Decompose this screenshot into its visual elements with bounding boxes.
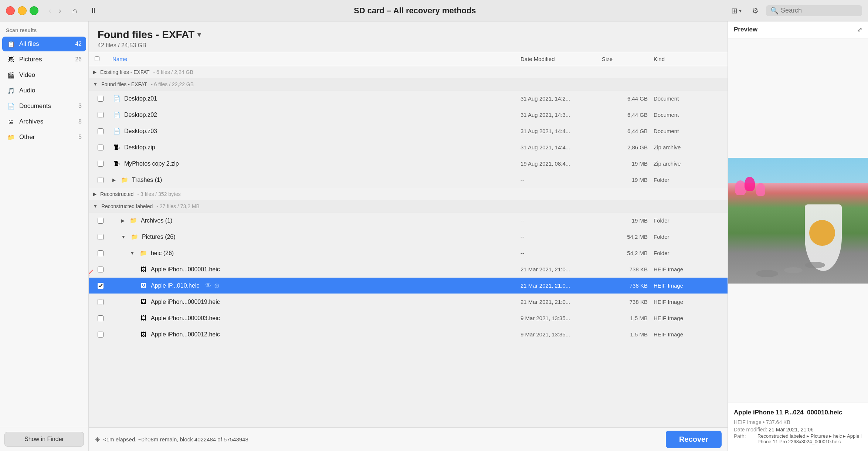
- sidebar-count-pictures: 26: [75, 56, 82, 63]
- row-checkbox[interactable]: [92, 145, 109, 150]
- chevron-down-icon: ▼: [93, 82, 98, 87]
- heif-image-icon: 🖼: [139, 281, 148, 290]
- sidebar-count-all-files: 42: [75, 41, 82, 47]
- search-bar[interactable]: 🔍: [766, 5, 862, 16]
- table-row[interactable]: 🖼 Apple iPhon...000012.heic 9 Mar 2021, …: [89, 326, 728, 343]
- file-name-cell: ▶ 📁 Archives (1): [109, 214, 518, 227]
- sidebar-item-archives[interactable]: 🗂 Archives 8: [2, 114, 86, 129]
- group-reconstructed[interactable]: ▶ Reconstructed - 3 files / 352 bytes: [89, 188, 728, 200]
- documents-icon: 📄: [7, 102, 16, 111]
- preview-panel: Preview ⤢: [728, 21, 868, 451]
- file-name-text: Apple iPhon...000003.heic: [151, 315, 220, 322]
- sidebar-count-archives: 8: [78, 118, 82, 125]
- sidebar-item-pictures[interactable]: 🖼 Pictures 26: [2, 52, 86, 67]
- table-row[interactable]: 🖼 Apple iPhon...000019.heic 21 Mar 2021,…: [89, 294, 728, 310]
- content-area: Found files - EXFAT ▾ 42 files / 24,53 G…: [89, 21, 728, 451]
- sidebar-item-audio[interactable]: 🎵 Audio: [2, 83, 86, 98]
- file-name-cell: 🗜 MyPhotos copy 2.zip: [109, 157, 518, 170]
- sidebar-item-video[interactable]: 🎬 Video: [2, 68, 86, 82]
- row-checkbox[interactable]: [92, 234, 109, 240]
- file-header-title: Found files - EXFAT ▾: [98, 29, 719, 41]
- size-column-header[interactable]: Size: [599, 52, 651, 66]
- forward-button[interactable]: ›: [56, 5, 64, 16]
- pause-button[interactable]: ⏸: [85, 5, 102, 16]
- table-row[interactable]: 📄 Desktop.z01 31 Aug 2021, 14:2... 6,44 …: [89, 91, 728, 107]
- table-row[interactable]: ▶ 📁 Trashes (1) -- 19 MB Folder: [89, 172, 728, 188]
- file-size: 1,5 MB: [599, 315, 651, 321]
- file-name-cell: 🖼 Apple iPhon...000012.heic: [109, 328, 518, 341]
- table-row[interactable]: ▼ 📁 Pictures (26) -- 54,2 MB Folder: [89, 229, 728, 245]
- expand-icon[interactable]: ⤢: [857, 26, 862, 34]
- window-title: SD card – All recovery methods: [106, 6, 724, 16]
- row-checkbox[interactable]: [92, 250, 109, 256]
- file-size: 6,44 GB: [599, 112, 651, 118]
- folder-icon: 📁: [129, 216, 138, 225]
- file-name-cell: 🖼 Apple iPhon...000001.heic: [109, 263, 518, 276]
- recover-button[interactable]: Recover: [666, 431, 722, 448]
- back-button[interactable]: ‹: [46, 5, 54, 16]
- video-icon: 🎬: [7, 71, 16, 79]
- row-checkbox[interactable]: [92, 161, 109, 167]
- table-row-selected[interactable]: 🖼 Apple iP...010.heic 👁 ⊕ ↓ 21 Mar 2021,…: [89, 278, 728, 294]
- table-row[interactable]: 📄 Desktop.z02 31 Aug 2021, 14:3... 6,44 …: [89, 107, 728, 123]
- table-row[interactable]: 🖼 Apple iPhon...000003.heic 9 Mar 2021, …: [89, 310, 728, 326]
- show-in-finder-button[interactable]: Show in Finder: [4, 432, 84, 447]
- row-checkbox[interactable]: [92, 299, 109, 305]
- action-icons: 👁 ⊕: [205, 282, 220, 290]
- group-existing-meta: - 6 files / 2,24 GB: [153, 69, 193, 75]
- preview-path-row: Path: Reconstructed labeled ▸ Pictures ▸…: [734, 433, 862, 444]
- minimize-button[interactable]: [18, 6, 27, 15]
- file-size: 738 KB: [599, 299, 651, 305]
- checkbox-column-header: [92, 52, 109, 66]
- row-checkbox[interactable]: [92, 112, 109, 118]
- kind-column-header[interactable]: Kind: [651, 52, 725, 66]
- sidebar-item-other[interactable]: 📁 Other 5: [2, 130, 86, 145]
- filter-button[interactable]: ⚙: [749, 5, 762, 17]
- group-existing-files[interactable]: ▶ Existing files - EXFAT - 6 files / 2,2…: [89, 66, 728, 78]
- table-row[interactable]: 📄 Desktop.z03 31 Aug 2021, 14:4... 6,44 …: [89, 123, 728, 139]
- row-checkbox[interactable]: [92, 96, 109, 102]
- date-column-header[interactable]: Date Modified: [518, 52, 599, 66]
- file-name-text: Archives (1): [141, 217, 172, 224]
- file-kind: Document: [651, 128, 725, 134]
- sidebar-item-documents[interactable]: 📄 Documents 3: [2, 99, 86, 113]
- table-row[interactable]: 🗜 MyPhotos copy 2.zip 19 Aug 2021, 08:4.…: [89, 156, 728, 172]
- table-row[interactable]: ▶ 📁 Archives (1) -- 19 MB Folder: [89, 213, 728, 229]
- row-checkbox[interactable]: [92, 128, 109, 134]
- row-checkbox[interactable]: [92, 332, 109, 338]
- eye-icon[interactable]: 👁: [205, 282, 212, 289]
- maximize-button[interactable]: [30, 6, 38, 15]
- file-name-text: heic (26): [151, 250, 174, 257]
- dropdown-arrow-icon[interactable]: ▾: [197, 31, 201, 39]
- home-button[interactable]: ⌂: [68, 4, 81, 17]
- search-input[interactable]: [781, 7, 858, 14]
- name-column-header[interactable]: Name: [109, 52, 518, 66]
- info-icon[interactable]: ⊕: [214, 282, 220, 290]
- file-kind: Zip archive: [651, 144, 725, 150]
- file-size: 2,86 GB: [599, 144, 651, 150]
- basket: [809, 220, 835, 246]
- sidebar-item-all-files[interactable]: 📋 All files 42: [2, 37, 86, 51]
- file-kind: Document: [651, 95, 725, 102]
- row-checkbox[interactable]: [92, 315, 109, 321]
- file-header: Found files - EXFAT ▾ 42 files / 24,53 G…: [89, 21, 728, 52]
- toolbar-right: ⊞ ▾ ⚙ 🔍: [728, 5, 862, 17]
- file-date: --: [518, 250, 599, 256]
- group-reconstructed-labeled[interactable]: ▼ Reconstructed labeled - 27 files / 73,…: [89, 200, 728, 213]
- row-checkbox[interactable]: [92, 283, 109, 289]
- row-checkbox[interactable]: [92, 218, 109, 224]
- file-size: 54,2 MB: [599, 250, 651, 256]
- zip-icon: 🗜: [112, 143, 121, 152]
- row-checkbox[interactable]: [92, 267, 109, 272]
- group-found-label: Found files - EXFAT: [101, 81, 147, 87]
- table-row[interactable]: 🗜 Desktop.zip 31 Aug 2021, 14:4... 2,86 …: [89, 139, 728, 156]
- view-toggle-button[interactable]: ⊞ ▾: [728, 5, 745, 17]
- table-row[interactable]: ▼ 📁 heic (26) -- 54,2 MB Folder: [89, 245, 728, 261]
- sidebar-label-video: Video: [19, 71, 78, 79]
- close-button[interactable]: [6, 6, 15, 15]
- select-all-checkbox[interactable]: [95, 56, 99, 61]
- group-found-files[interactable]: ▼ Found files - EXFAT - 6 files / 22,22 …: [89, 78, 728, 91]
- row-checkbox[interactable]: [92, 177, 109, 183]
- table-row[interactable]: 🖼 Apple iPhon...000001.heic 21 Mar 2021,…: [89, 261, 728, 278]
- sidebar-label-pictures: Pictures: [19, 56, 71, 63]
